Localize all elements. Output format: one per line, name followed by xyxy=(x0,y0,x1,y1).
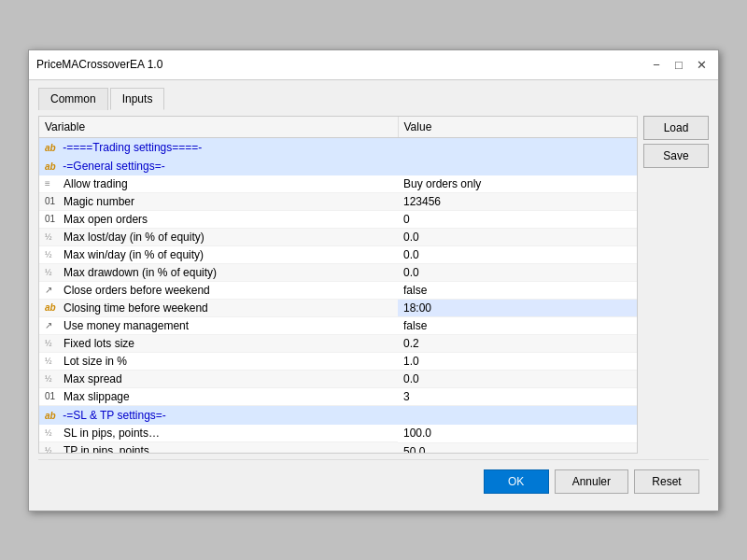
reset-button[interactable]: Reset xyxy=(634,469,699,494)
table-row[interactable]: ½Fixed lots size0.2 xyxy=(39,335,637,353)
col-value-header: Value xyxy=(398,117,637,138)
minimize-button[interactable]: − xyxy=(647,55,666,74)
table-row[interactable]: 01Magic number123456 xyxy=(39,193,637,211)
table-row[interactable]: ½Max lost/day (in % of equity)0.0 xyxy=(39,229,637,246)
table-row[interactable]: ≡Allow tradingBuy orders only xyxy=(39,175,637,193)
table-row[interactable]: ½Max spread0.0 xyxy=(39,371,637,388)
title-bar: PriceMACrossoverEA 1.0 − □ ✕ xyxy=(29,50,718,80)
table-row[interactable]: ½TP in pips, points…50.0 xyxy=(39,442,637,453)
settings-table: Variable Value ab -====Trading settings=… xyxy=(39,117,637,453)
ok-button[interactable]: OK xyxy=(484,469,549,494)
table-row[interactable]: ½SL in pips, points…100.0 xyxy=(39,425,637,442)
table-row[interactable]: ↗Close orders before weekendfalse xyxy=(39,282,637,300)
close-button[interactable]: ✕ xyxy=(692,55,711,74)
load-button[interactable]: Load xyxy=(643,116,709,140)
tab-bar: Common Inputs xyxy=(38,88,709,110)
main-panel: Variable Value ab -====Trading settings=… xyxy=(38,116,709,454)
table-row[interactable]: ½Max drawdown (in % of equity)0.0 xyxy=(39,264,637,282)
col-variable-header: Variable xyxy=(39,117,398,138)
table-scroll[interactable]: Variable Value ab -====Trading settings=… xyxy=(39,117,637,453)
table-row[interactable]: 01Max slippage3 xyxy=(39,388,637,406)
cancel-button[interactable]: Annuler xyxy=(555,469,628,494)
window-title: PriceMACrossoverEA 1.0 xyxy=(36,58,162,71)
window-controls: − □ ✕ xyxy=(647,55,711,74)
table-row[interactable]: ↗Use money managementfalse xyxy=(39,317,637,335)
main-window: PriceMACrossoverEA 1.0 − □ ✕ Common Inpu… xyxy=(28,49,719,511)
content-area: Common Inputs Variable Value ab -====T xyxy=(29,80,718,511)
maximize-button[interactable]: □ xyxy=(669,55,688,74)
side-buttons: Load Save xyxy=(643,116,709,454)
table-body: ab -====Trading settings====-ab -=Genera… xyxy=(39,137,637,453)
settings-table-container: Variable Value ab -====Trading settings=… xyxy=(38,116,638,454)
bottom-bar: OK Annuler Reset xyxy=(38,459,709,503)
table-row[interactable]: ½Lot size in %1.0 xyxy=(39,353,637,371)
table-header: Variable Value xyxy=(39,117,637,138)
table-row[interactable]: 01Max open orders0 xyxy=(39,211,637,229)
tab-common[interactable]: Common xyxy=(38,88,108,110)
save-button[interactable]: Save xyxy=(643,144,709,168)
tab-inputs[interactable]: Inputs xyxy=(110,88,165,110)
table-row[interactable]: ½Max win/day (in % of equity)0.0 xyxy=(39,246,637,264)
